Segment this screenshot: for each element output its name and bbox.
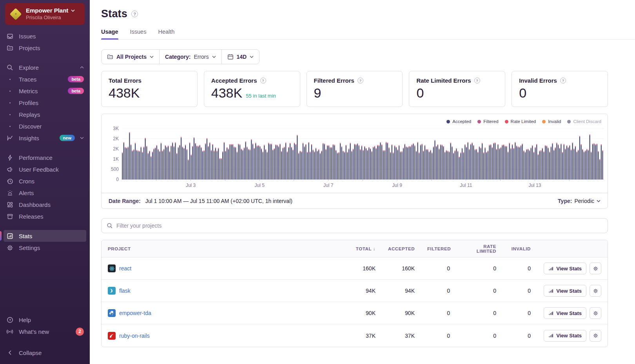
view-stats-button[interactable]: View Stats — [544, 330, 586, 342]
type-dropdown[interactable]: Type: Periodic — [558, 198, 601, 204]
table-row: react160K160K000View Stats — [102, 257, 608, 280]
sidebar-item-explore[interactable]: Explore — [4, 62, 86, 73]
invalid-value: 0 — [503, 288, 537, 294]
project-cell: react — [102, 264, 339, 272]
sidebar-item-what-s-new[interactable]: What's new2 — [4, 326, 86, 337]
accepted-value: 94K — [382, 288, 421, 294]
svg-text:Jul 7: Jul 7 — [323, 183, 334, 188]
date-range-label: Date Range: — [109, 198, 141, 204]
bar-chart-icon — [548, 311, 553, 316]
sidebar-item-settings[interactable]: Settings — [4, 242, 86, 254]
sidebar-item-releases[interactable]: Releases — [4, 210, 86, 222]
sidebar-item-label: Stats — [19, 233, 32, 239]
sidebar-item-dashboards[interactable]: Dashboards — [4, 199, 86, 210]
column-header-accepted[interactable]: ACCEPTED — [382, 246, 421, 251]
chevron-down-icon — [71, 9, 75, 12]
sidebar-footer: ?HelpWhat's new2Collapse — [0, 314, 90, 359]
calendar-icon — [227, 54, 234, 60]
sidebar-item-alerts[interactable]: Alerts — [4, 187, 86, 199]
column-header-invalid[interactable]: INVALID — [503, 246, 537, 251]
rate-limited-value: 0 — [456, 310, 503, 316]
bullet-icon — [6, 79, 14, 80]
sidebar-item-label: Replays — [19, 111, 40, 118]
help-icon[interactable]: ? — [357, 78, 363, 83]
legend-label: Invalid — [548, 119, 561, 124]
project-link[interactable]: react — [119, 265, 131, 272]
sidebar-item-collapse[interactable]: Collapse — [4, 347, 86, 359]
sidebar-item-replays[interactable]: Replays — [4, 109, 86, 120]
sidebar-item-user-feedback[interactable]: User Feedback — [4, 163, 86, 175]
row-settings-button[interactable] — [590, 330, 601, 342]
help-icon[interactable]: ? — [260, 78, 266, 83]
view-stats-label: View Stats — [556, 266, 582, 272]
column-header-filtered[interactable]: FILTERED — [421, 246, 456, 251]
sidebar-item-help[interactable]: ?Help — [4, 314, 86, 326]
chevron-down-icon — [212, 56, 216, 58]
legend-item-invalid[interactable]: Invalid — [542, 119, 561, 124]
help-icon[interactable]: ? — [560, 78, 566, 83]
page-help-icon[interactable]: ? — [131, 11, 138, 17]
sidebar-item-profiles[interactable]: Profiles — [4, 97, 86, 109]
sidebar-item-projects[interactable]: Projects — [4, 42, 86, 54]
bar-chart-icon — [6, 233, 14, 239]
search-icon — [107, 223, 113, 229]
view-stats-button[interactable]: View Stats — [544, 263, 586, 274]
help-icon[interactable]: ? — [474, 78, 480, 83]
sidebar-item-label: Insights — [19, 135, 39, 141]
legend-item-accepted[interactable]: Accepted — [446, 119, 471, 124]
legend-item-client-discard[interactable]: Client Discard — [567, 119, 601, 124]
view-stats-button[interactable]: View Stats — [544, 307, 586, 319]
legend-item-rate-limited[interactable]: Rate Limited — [505, 119, 536, 124]
row-settings-button[interactable] — [590, 263, 601, 274]
table-row: empower-tda90K90K000View Stats — [102, 302, 608, 324]
category-filter[interactable]: Category: Errors — [159, 50, 221, 64]
type-label: Type: — [558, 198, 572, 204]
project-link[interactable]: empower-tda — [119, 310, 151, 316]
column-header-total[interactable]: TOTAL ↓ — [339, 246, 382, 251]
legend-item-filtered[interactable]: Filtered — [477, 119, 498, 124]
react-icon — [108, 264, 116, 272]
org-switcher[interactable]: Empower Plant Priscila Oliveira — [5, 3, 85, 25]
help-circle-icon: ? — [6, 317, 14, 323]
tab-issues[interactable]: Issues — [130, 29, 147, 39]
tab-usage[interactable]: Usage — [101, 29, 118, 39]
org-user: Priscila Oliveira — [26, 14, 75, 21]
sidebar-item-traces[interactable]: Tracesbeta — [4, 73, 86, 85]
row-settings-button[interactable] — [590, 285, 601, 297]
filtered-value: 0 — [421, 288, 456, 294]
sidebar-item-label: User Feedback — [19, 166, 59, 173]
sidebar-item-performance[interactable]: Performance — [4, 152, 86, 163]
stat-card-title: Invalid Errors — [519, 77, 557, 84]
search-input[interactable] — [116, 223, 602, 229]
megaphone-icon — [6, 166, 14, 173]
sidebar-item-label: Collapse — [19, 350, 42, 356]
legend-label: Accepted — [452, 119, 471, 124]
column-header-rate-limited[interactable]: RATE LIMITED — [456, 244, 503, 254]
tab-health[interactable]: Health — [158, 29, 174, 39]
sidebar-item-label: Help — [19, 317, 31, 323]
project-link[interactable]: ruby-on-rails — [119, 333, 150, 339]
stat-card-label: Filtered Errors? — [314, 77, 396, 84]
view-stats-button[interactable]: View Stats — [544, 285, 586, 297]
project-filter-label: All Projects — [116, 54, 147, 60]
stat-card-label: Invalid Errors? — [519, 77, 601, 84]
table-row: flask94K94K000View Stats — [102, 280, 608, 302]
column-header-project[interactable]: PROJECT — [102, 246, 339, 251]
project-link[interactable]: flask — [119, 288, 131, 294]
sidebar-item-issues[interactable]: Issues — [4, 30, 86, 42]
date-period-filter[interactable]: 14D — [221, 50, 259, 64]
project-filter[interactable]: All Projects — [102, 50, 159, 64]
tabs: Usage Issues Health — [101, 29, 635, 40]
rate-limited-value: 0 — [456, 288, 503, 294]
row-settings-button[interactable] — [590, 307, 601, 319]
org-logo-icon — [10, 8, 22, 20]
sidebar-item-discover[interactable]: Discover — [4, 120, 86, 132]
sidebar-item-crons[interactable]: Crons — [4, 175, 86, 187]
stat-card-title: Accepted Errors — [211, 77, 257, 84]
sidebar-item-metrics[interactable]: Metricsbeta — [4, 85, 86, 97]
sidebar-item-insights[interactable]: Insightsnew — [4, 132, 86, 144]
sidebar-item-stats[interactable]: Stats — [4, 230, 86, 242]
stat-card-note: 55 in last min — [246, 93, 276, 99]
invalid-value: 0 — [503, 265, 537, 272]
sidebar: Empower Plant Priscila Oliveira IssuesPr… — [0, 0, 90, 364]
